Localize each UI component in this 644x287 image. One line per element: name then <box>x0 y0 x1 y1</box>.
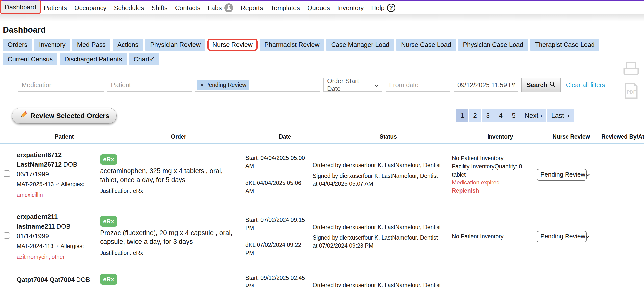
header-checkbox-spacer <box>8 134 21 140</box>
tab[interactable]: Chart✓ <box>129 53 160 65</box>
clear-filters-link[interactable]: Clear all filters <box>566 82 605 89</box>
patient-cell: erxpatient6712 LastNam26712 DOB 06/17/19… <box>16 150 97 199</box>
nav-item-label: Dashboard <box>5 4 36 11</box>
patient-allergies: amoxicillin <box>16 191 97 199</box>
nurse-review-select[interactable]: Pending Review <box>536 169 586 180</box>
status-ordered-by: Ordered by dierxuserfour K. LastNamefour… <box>313 281 449 287</box>
medication-input[interactable] <box>18 78 104 92</box>
review-button-label: Review Selected Orders <box>30 112 110 120</box>
patient-input[interactable] <box>107 78 192 92</box>
pencil-icon <box>19 111 28 121</box>
tab[interactable]: Current Census <box>3 53 58 65</box>
search-button[interactable]: Search <box>522 78 560 92</box>
pagination: 1 2 3 4 5 Next › Last » <box>456 110 574 122</box>
patient-name: erxpatient211 lastname211 <box>16 213 58 230</box>
nav-item-contacts[interactable]: Contacts <box>171 2 204 14</box>
svg-text:PDF: PDF <box>627 90 636 94</box>
tab[interactable]: Case Manager Load <box>326 39 394 51</box>
table-row: erxpatient6712 LastNam26712 DOB 06/17/19… <box>0 144 644 206</box>
status-filter-box[interactable]: × Pending Review <box>195 78 320 92</box>
table-body: erxpatient6712 LastNam26712 DOB 06/17/19… <box>0 144 644 287</box>
pagination-next[interactable]: Next › <box>520 110 546 122</box>
nav-item-labs[interactable]: Labs <box>204 2 237 14</box>
patient-name: erxpatient6712 LastNam26712 <box>16 151 62 168</box>
inventory-cell: No Patient Inventory <box>452 232 534 241</box>
nav-item-label: Reports <box>241 4 263 12</box>
date-signed: dKL 07/02/2024 09:22 PM <box>245 241 310 257</box>
tab[interactable]: Discharged Patients <box>60 53 127 65</box>
patient-name-line: Qatpt7004 Qat7004 DOB 03/24/1997 <box>16 275 97 287</box>
remove-token-icon[interactable]: × <box>200 82 203 88</box>
from-date-input[interactable] <box>386 78 450 92</box>
status-signed-at: at 04/04/2025 05:07 AM <box>313 180 449 188</box>
header-reviewed-by: Reviewed By/At <box>602 134 642 140</box>
nav-item-dashboard[interactable]: Dashboard <box>1 2 40 14</box>
nav-item-patients[interactable]: Patients <box>40 2 70 14</box>
tab[interactable]: Inventory <box>34 39 70 51</box>
tab[interactable]: Therapist Case Load <box>530 39 600 51</box>
chevron-down-icon <box>585 232 590 241</box>
tab[interactable]: Orders <box>3 39 32 51</box>
nav-item-schedules[interactable]: Schedules <box>110 2 148 14</box>
tab[interactable]: Physician Case Load <box>458 39 528 51</box>
nav-item-label: Inventory <box>337 4 364 12</box>
header-date: Date <box>253 134 317 140</box>
pagination-page[interactable]: 2 <box>469 110 481 122</box>
tab[interactable]: Physician Review <box>145 39 205 51</box>
inventory-line1: No Patient Inventory <box>452 154 534 162</box>
nav-item-shifts[interactable]: Shifts <box>148 2 171 14</box>
tab[interactable]: Med Pass <box>72 39 110 51</box>
nurse-review-value: Pending Review <box>540 232 585 241</box>
search-icon <box>550 81 555 89</box>
review-selected-orders-button[interactable]: Review Selected Orders <box>12 108 116 124</box>
nav-item-occupancy[interactable]: Occupancy <box>70 2 110 14</box>
pagination-page[interactable]: 3 <box>482 110 494 122</box>
table-header: Patient Order Date Status Inventory Nurs… <box>0 134 644 144</box>
nav-item-queues[interactable]: Queues <box>304 2 334 14</box>
tab-label: Nurse Case Load <box>401 41 451 48</box>
pagination-page[interactable]: 5 <box>507 110 520 122</box>
patient-cell: erxpatient211 lastname211 DOB 01/14/1999… <box>16 212 97 261</box>
patient-allergies: azithromycin, other <box>16 252 97 261</box>
pagination-page[interactable]: 4 <box>494 110 507 122</box>
tab[interactable]: Nurse Review <box>208 39 258 51</box>
to-date-input[interactable] <box>454 78 518 92</box>
date-start: Start: 04/04/2025 05:00 AM <box>245 154 310 170</box>
patient-name: Qatpt7004 Qat7004 <box>16 276 74 283</box>
nurse-review-cell: Pending Review <box>536 231 591 242</box>
filter-bar: × Pending Review Order Start Date Search… <box>0 78 644 92</box>
nav-item-templates[interactable]: Templates <box>267 2 304 14</box>
nav-item-label: Shifts <box>152 4 168 12</box>
help-icon: ? <box>387 4 396 12</box>
tab[interactable]: Actions <box>113 39 143 51</box>
male-symbol-icon: ♂ <box>55 243 59 249</box>
tab-label: Inventory <box>39 41 65 48</box>
order-date-type-select[interactable]: Order Start Date <box>323 78 382 92</box>
row-checkbox[interactable] <box>4 232 10 239</box>
header-order: Order <box>108 134 250 140</box>
tab-label: Physician Review <box>150 41 200 48</box>
tab[interactable]: Pharmacist Review <box>260 39 324 51</box>
date-start: Start: 09/12/2025 02:45 PM <box>245 274 310 287</box>
tab-label: Pharmacist Review <box>264 41 320 48</box>
status-filter-token[interactable]: × Pending Review <box>197 80 249 90</box>
toolbar-row: Review Selected Orders 1 2 3 4 5 Next › … <box>0 108 644 124</box>
chevron-down-icon <box>374 81 378 89</box>
nav-item-reports[interactable]: Reports <box>237 2 267 14</box>
nav-item-inventory[interactable]: Inventory <box>334 2 368 14</box>
nav-item-label: Patients <box>44 4 67 12</box>
pagination-page[interactable]: 1 <box>456 110 468 122</box>
row-checkbox[interactable] <box>4 170 10 177</box>
date-cell: Start: 09/12/2025 02:45 PM dKL 09/12/202… <box>245 274 310 287</box>
patient-mat-line: MAT-2024-113 ♂ Allergies: <box>16 242 97 250</box>
print-icon[interactable] <box>623 62 639 77</box>
pagination-last[interactable]: Last » <box>547 110 574 122</box>
nav-item-help[interactable]: Help ? <box>368 2 399 14</box>
pdf-export-icon[interactable]: PDF <box>624 83 638 100</box>
status-signed-group: Signed by dierxuserfour K. LastNamefour,… <box>313 172 449 188</box>
date-cell: Start: 04/04/2025 05:00 AM dKL 04/04/202… <box>245 154 310 196</box>
order-cell: eRx Prozac (fluoxetine), 20 mg x 4 capsu… <box>100 216 242 257</box>
nurse-review-select[interactable]: Pending Review <box>536 231 586 242</box>
tab[interactable]: Nurse Case Load <box>396 39 456 51</box>
replenish-link[interactable]: Replenish <box>452 187 534 195</box>
